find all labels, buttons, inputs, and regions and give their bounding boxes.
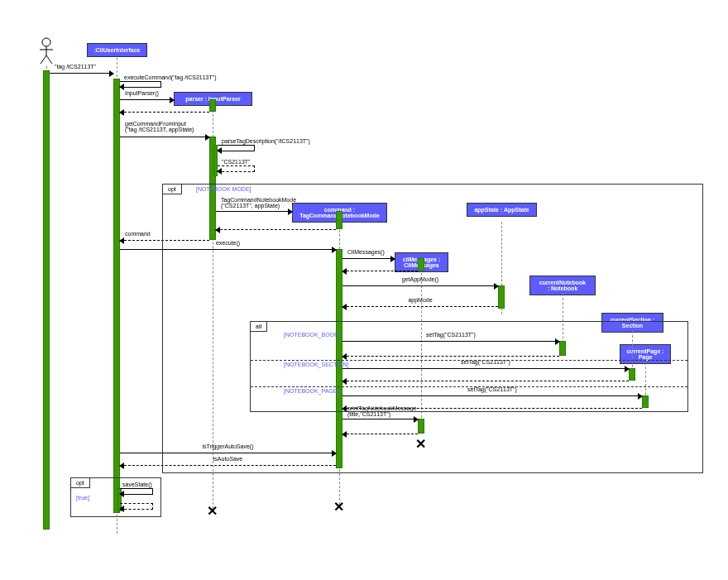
frame-opt-true-label: opt xyxy=(71,478,90,488)
return-parsetag xyxy=(218,165,255,172)
msg-inputparser-label: InputParser() xyxy=(125,90,159,96)
destroy-climessages: ✕ xyxy=(415,436,426,452)
svg-line-4 xyxy=(46,55,52,64)
svg-point-0 xyxy=(42,38,50,46)
return-parser-ctor xyxy=(120,112,209,113)
frame-opt-true: opt [true] xyxy=(70,477,161,517)
frame-alt-label: alt xyxy=(251,322,267,332)
activation-actor xyxy=(43,70,50,530)
activation-parser-ctor xyxy=(209,99,216,112)
msg-user-input: "tag /tCS2113T" xyxy=(50,73,113,74)
destroy-command: ✕ xyxy=(333,499,344,515)
frame-alt-guard3: [NOTEBOOK_PAGE] xyxy=(284,388,338,394)
frame-opt-notebook-mode-label: opt xyxy=(163,185,182,194)
frame-alt-sep1 xyxy=(251,360,687,361)
frame-alt-guard2: [NOTEBOOK_SECTION] xyxy=(284,362,349,367)
activation-cli-1 xyxy=(113,79,120,513)
frame-alt: alt [NOTEBOOK_BOOK] [NOTEBOOK_SECTION] [… xyxy=(250,321,688,412)
frame-alt-sep2 xyxy=(251,386,687,387)
msg-user-input-label: "tag /tCS2113T" xyxy=(55,64,96,70)
return-parsetag-label: "CS2113T" xyxy=(222,159,251,165)
msg-parsetag-label: parseTagDescription("/tCS2113T") xyxy=(222,138,310,144)
frame-opt-notebook-mode-guard: [NOTEBOOK MODE] xyxy=(196,186,251,192)
frame-alt-guard1: [NOTEBOOK_BOOK] xyxy=(284,332,340,338)
actor-icon xyxy=(36,37,56,65)
return-command-label: command xyxy=(125,231,151,237)
msg-parsetag xyxy=(218,145,255,151)
frame-opt-true-guard: [true] xyxy=(76,495,89,501)
msg-execute-command-label: executeCommand("tag /tCS2113T") xyxy=(124,74,217,80)
msg-getcommand: getCommandFromInput ("tag /tCS2113T, app… xyxy=(120,137,209,137)
svg-line-3 xyxy=(41,55,46,64)
participant-cli: :CliUserInterface xyxy=(87,43,147,57)
destroy-parser: ✕ xyxy=(207,503,218,519)
msg-getcommand-label: getCommandFromInput ("tag /tCS2113T, app… xyxy=(125,121,194,132)
msg-inputparser: InputParser() xyxy=(120,99,174,100)
msg-execute-command xyxy=(120,81,161,88)
